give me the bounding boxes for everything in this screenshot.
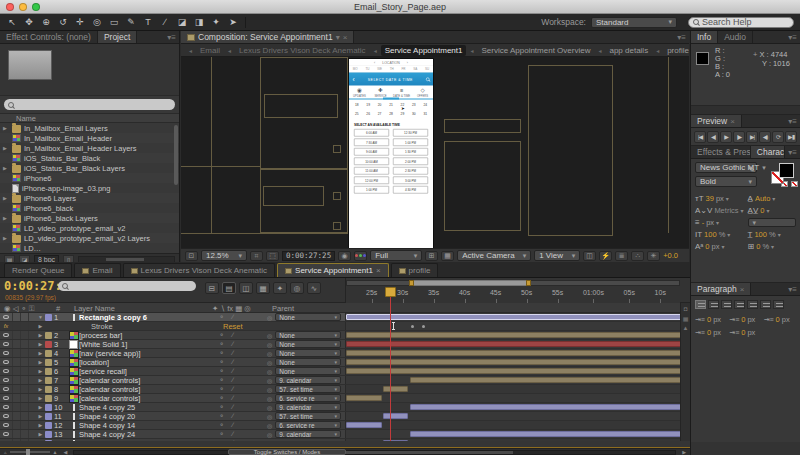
paragraph-indent-field[interactable]: ⇥≡ 0px [764, 315, 796, 324]
label-color-chip[interactable] [45, 314, 52, 321]
eye-icon[interactable] [3, 414, 9, 418]
layer-duration-bar[interactable] [383, 413, 408, 419]
panel-tab[interactable]: Effect Controls: (none) [0, 31, 98, 43]
toggle-switches-modes-button[interactable]: Toggle Switches / Modes [228, 449, 346, 455]
eye-icon[interactable] [3, 378, 9, 382]
dropdown-arrow-icon[interactable]: ▾ [336, 33, 340, 42]
label-color-chip[interactable] [45, 395, 52, 402]
timeline-button-icon[interactable]: ≣ [615, 251, 628, 261]
panel-menu-icon[interactable]: ▾≡ [785, 31, 800, 43]
project-item[interactable]: iPhone6 [0, 173, 179, 183]
keyframe-ibeam[interactable] [392, 322, 395, 330]
breadcrumb-item[interactable]: app details [605, 45, 652, 56]
font-size-field[interactable]: ᴛT39px▾ [695, 194, 744, 203]
tracking-field[interactable]: A̲V̲0▾ [748, 206, 796, 215]
layer-name[interactable]: Stroke [79, 322, 215, 331]
project-item[interactable]: ▶ iPhone6 Layers [0, 193, 179, 203]
parent-select[interactable]: 57. set time [275, 385, 341, 393]
label-color-chip[interactable] [45, 431, 52, 438]
layer-name[interactable]: [process bar] [79, 331, 215, 340]
layer-track[interactable] [345, 421, 690, 429]
panel-tab[interactable]: Project [98, 31, 137, 43]
layer-duration-bar[interactable] [346, 341, 690, 347]
twirl-icon[interactable]: ▶ [36, 431, 45, 437]
align-left-button[interactable] [695, 300, 706, 309]
label-color-chip[interactable] [45, 350, 52, 357]
label-color-chip[interactable] [45, 332, 52, 339]
viewer-timecode[interactable]: 0:00:27:25 [282, 251, 335, 261]
paragraph-indent-field[interactable]: ⇥≡ 0px [695, 315, 727, 324]
breadcrumb-item[interactable]: Email [196, 45, 224, 56]
label-color-chip[interactable] [45, 440, 52, 442]
eye-icon[interactable] [3, 405, 9, 409]
eye-icon[interactable] [3, 342, 9, 346]
keyframe-icon[interactable] [411, 325, 414, 328]
brainstorm-icon[interactable]: ◎ [290, 282, 304, 294]
leading-field[interactable]: A̲Auto▾ [748, 194, 796, 203]
stroke-width-field[interactable]: ≡-px▾ [695, 218, 744, 227]
panel-tab[interactable]: Audio [718, 31, 753, 43]
layer-duration-bar[interactable] [410, 377, 690, 383]
project-item[interactable]: iPhone6_black [0, 203, 179, 213]
ram-preview-button[interactable]: ▶▮ [785, 131, 797, 143]
magnification-select[interactable]: 12.5% [201, 250, 247, 261]
parent-select[interactable]: 9. calendar [275, 376, 341, 384]
parent-select[interactable]: None [275, 340, 341, 348]
shield-icon[interactable]: ◘ [684, 306, 688, 312]
project-scrollbar[interactable] [174, 125, 178, 185]
twirl-icon[interactable]: ▶ [36, 404, 45, 410]
breadcrumb-item[interactable]: Service Appointment1 [381, 45, 467, 56]
layer-duration-bar[interactable] [410, 431, 690, 437]
grid-guides-icon[interactable]: ⌗ [250, 251, 263, 261]
first-frame-button[interactable]: |◀ [694, 131, 706, 143]
work-area-end-handle[interactable] [526, 280, 531, 286]
timeline-tab[interactable]: Render Queue × [4, 263, 72, 277]
scroll-right-icon[interactable]: ▶ [682, 449, 686, 455]
parent-select[interactable]: 6. service re [275, 421, 341, 429]
panel-tab[interactable]: Preview× [691, 115, 742, 127]
resolution-select[interactable]: Full [370, 250, 422, 261]
label-color-chip[interactable] [45, 341, 52, 348]
project-item[interactable]: LD… [0, 243, 179, 253]
panel-tab[interactable]: Info [691, 31, 718, 43]
pixel-aspect-icon[interactable]: ◫ [583, 251, 596, 261]
layer-track[interactable] [345, 403, 690, 411]
reset-link[interactable]: Reset [223, 322, 243, 331]
tab-character[interactable]: Charact [751, 146, 785, 158]
eraser-tool[interactable]: ◨ [191, 16, 207, 29]
timeline-tab[interactable]: Service Appointment1 × [277, 263, 389, 277]
parent-pickwhip-icon[interactable]: ◎ [267, 413, 272, 420]
layer-name[interactable]: Shape 4 copy 24 [79, 430, 215, 439]
layer-track[interactable] [345, 376, 690, 384]
hide-shy-layers-icon[interactable]: ◫ [239, 282, 253, 294]
scroll-left-icon[interactable]: ◀ [63, 449, 67, 455]
label-color-chip[interactable] [45, 413, 52, 420]
label-color-chip[interactable] [45, 404, 52, 411]
layer-name[interactable]: Rectangle 3 copy 6 [79, 313, 215, 322]
layer-name[interactable]: Shape 4 copy 25 [79, 403, 215, 412]
layer-name[interactable]: [calendar controls] [79, 385, 215, 394]
twirl-icon[interactable]: ▶ [36, 440, 45, 441]
timeline-hscrollbar[interactable] [73, 450, 676, 455]
project-item[interactable]: ▶ LD_video_prototype_email_v2 Layers [0, 233, 179, 243]
layer-name[interactable]: [calendar controls] [79, 376, 215, 385]
layer-track[interactable] [345, 385, 690, 393]
breadcrumb-item[interactable]: Lexus Drivers Vison Deck Anematic [235, 45, 370, 56]
layer-duration-bar[interactable] [346, 368, 690, 374]
play-button[interactable]: ▶ [720, 131, 732, 143]
twirl-icon[interactable]: ▶ [3, 195, 9, 201]
timeline-tab[interactable]: Email × [74, 263, 120, 277]
layer-name[interactable]: Shape 4 copy 20 [79, 412, 215, 421]
timeline-search-input[interactable] [58, 281, 196, 291]
audio-button[interactable]: ◀) [759, 131, 771, 143]
justify-last-right-button[interactable] [760, 300, 771, 309]
layer-track[interactable] [345, 322, 690, 330]
eye-icon[interactable] [3, 396, 9, 400]
layer-track[interactable] [345, 349, 690, 357]
twirl-icon[interactable]: ▶ [3, 235, 9, 241]
layer-duration-bar[interactable] [346, 350, 690, 356]
parent-select[interactable]: None [275, 358, 341, 366]
parent-select[interactable]: 57. set time [275, 412, 341, 420]
panel-menu-icon[interactable]: ▾≡ [785, 115, 800, 127]
parent-pickwhip-icon[interactable]: ◎ [267, 359, 272, 366]
